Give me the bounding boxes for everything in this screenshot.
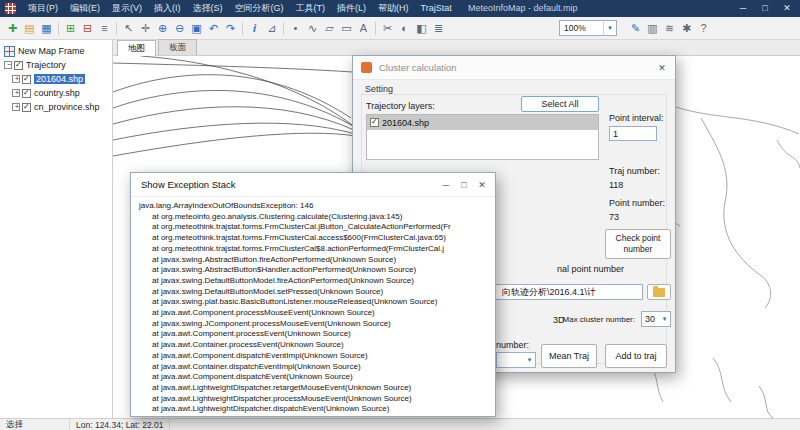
point-number-value: 73 xyxy=(609,212,619,222)
zoom-level-value: 100% xyxy=(560,23,603,33)
point-interval-label: Point interval: xyxy=(609,113,664,123)
layer-group-checkbox[interactable] xyxy=(14,61,23,70)
dialog-title-bar[interactable]: Show Exception Stack ─ □ ✕ xyxy=(131,173,495,197)
draw-polyline-icon[interactable]: ∿ xyxy=(304,20,321,37)
layer-group-label: Trajectory xyxy=(26,60,66,70)
stack-trace-line: at java.awt.LightweightDispatcher.dispat… xyxy=(139,404,491,415)
projection-icon[interactable]: ◐ xyxy=(396,20,413,37)
menu-view[interactable]: 显示(V) xyxy=(106,0,148,17)
stack-trace-line: at javax.swing.DefaultButtonModel.setPre… xyxy=(139,287,491,298)
layer-item-201604[interactable]: 201604.shp xyxy=(0,72,112,86)
pan-icon[interactable]: ✛ xyxy=(137,20,154,37)
tree-expand-icon[interactable] xyxy=(12,89,20,97)
menu-trajstat[interactable]: TrajStat xyxy=(415,0,458,17)
layer-item-label: 201604.shp xyxy=(382,118,429,128)
zoom-next-icon[interactable]: ↷ xyxy=(222,20,239,37)
menu-plugins[interactable]: 插件(L) xyxy=(331,0,372,17)
layer-checkbox[interactable] xyxy=(22,89,31,98)
layer-checkbox[interactable] xyxy=(22,103,31,112)
settings-icon[interactable]: ✱ xyxy=(678,20,695,37)
layer-item-country[interactable]: country.shp xyxy=(0,86,112,100)
menu-insert[interactable]: 插入(I) xyxy=(148,0,187,17)
tree-expand-icon[interactable] xyxy=(12,75,20,83)
layers-icon[interactable]: ≡ xyxy=(96,20,113,37)
browse-folder-button[interactable] xyxy=(647,284,671,300)
draw-point-icon[interactable]: • xyxy=(287,20,304,37)
add-to-traj-button[interactable]: Add to traj xyxy=(605,344,667,368)
exception-stack-dialog: Show Exception Stack ─ □ ✕ java.lang.Arr… xyxy=(130,172,496,417)
zoom-previous-icon[interactable]: ↶ xyxy=(205,20,222,37)
cluster-number-label: number: xyxy=(496,340,529,350)
tree-expand-icon[interactable] xyxy=(12,103,20,111)
chevron-down-icon[interactable]: ▾ xyxy=(603,21,616,35)
menu-select[interactable]: 选择(S) xyxy=(187,0,229,17)
menu-project[interactable]: 项目(P) xyxy=(22,0,64,17)
point-number-label: Point number: xyxy=(609,198,665,208)
open-icon[interactable]: ▤ xyxy=(21,20,38,37)
stack-trace-line: at javax.swing.AbstractButton.fireAction… xyxy=(139,255,491,266)
draw-polygon-icon[interactable]: ▱ xyxy=(321,20,338,37)
draw-rectangle-icon[interactable]: ▭ xyxy=(338,20,355,37)
check-point-number-button[interactable]: Check point number xyxy=(605,229,671,259)
stack-trace-line: java.lang.ArrayIndexOutOfBoundsException… xyxy=(139,201,491,212)
close-icon[interactable]: ✕ xyxy=(653,63,671,73)
save-icon[interactable]: ▦ xyxy=(38,20,55,37)
new-icon[interactable]: ✚ xyxy=(4,20,21,37)
tab-map[interactable]: 地图 xyxy=(117,40,156,56)
tab-layout[interactable]: 板面 xyxy=(158,39,197,55)
trajectory-layers-label: Trajectory layers: xyxy=(366,101,435,111)
map-frame-item[interactable]: New Map Frame xyxy=(0,44,112,58)
zoom-out-icon[interactable]: ⊖ xyxy=(171,20,188,37)
maximize-button[interactable]: □ xyxy=(455,180,473,190)
stack-trace-line: at org.meteoinfo.geo.analysis.Clustering… xyxy=(139,212,491,223)
add-layer-icon[interactable]: ⊞ xyxy=(62,20,79,37)
coastline-path xyxy=(701,118,771,308)
layer-item-cn-province[interactable]: cn_province.shp xyxy=(0,100,112,114)
chart-icon[interactable]: ▥ xyxy=(644,20,661,37)
legend-panel: New Map Frame Trajectory 201604.shp coun… xyxy=(0,40,113,418)
script-icon[interactable]: ≋ xyxy=(661,20,678,37)
layer-label: 201604.shp xyxy=(34,74,85,84)
zoom-level-combo[interactable]: 100% ▾ xyxy=(559,20,617,36)
overlay-icon[interactable]: ◧ xyxy=(413,20,430,37)
menu-help[interactable]: 帮助(H) xyxy=(372,0,415,17)
full-extent-icon[interactable]: ▣ xyxy=(188,20,205,37)
toolbar-separator xyxy=(242,22,243,35)
select-icon[interactable]: ↖ xyxy=(120,20,137,37)
stack-trace-line: at org.meteothink.trajstat.forms.FrmClus… xyxy=(139,244,491,255)
max-cluster-number-combo[interactable]: 30 ▾ xyxy=(641,311,671,327)
point-interval-input[interactable]: 1 xyxy=(609,126,657,141)
mean-traj-button[interactable]: Mean Traj xyxy=(541,344,597,368)
identify-icon[interactable]: i xyxy=(246,20,263,37)
stack-trace-area[interactable]: java.lang.ArrayIndexOutOfBoundsException… xyxy=(131,197,495,416)
app-logo-icon xyxy=(5,3,16,14)
clip-icon[interactable]: ✂ xyxy=(379,20,396,37)
layer-group-trajectory[interactable]: Trajectory xyxy=(0,58,112,72)
minimize-button[interactable]: ─ xyxy=(732,0,754,17)
zoom-in-icon[interactable]: ⊕ xyxy=(154,20,171,37)
insert-text-icon[interactable]: A xyxy=(355,20,372,37)
help-icon[interactable]: ? xyxy=(695,20,712,37)
menu-spatial-analysis[interactable]: 空间分析(G) xyxy=(229,0,290,17)
attribute-table-icon[interactable]: ≣ xyxy=(430,20,447,37)
maximize-button[interactable]: □ xyxy=(754,0,776,17)
trajectory-layer-list[interactable]: 201604.shp xyxy=(366,114,599,160)
layer-checkbox[interactable] xyxy=(370,118,379,127)
cluster-number-combo[interactable]: ▾ xyxy=(496,352,536,368)
close-button[interactable]: ✕ xyxy=(776,0,798,17)
layer-checkbox[interactable] xyxy=(22,75,31,84)
close-button[interactable]: ✕ xyxy=(473,180,491,190)
select-all-button[interactable]: Select All xyxy=(521,96,599,112)
list-item[interactable]: 201604.shp xyxy=(367,115,598,130)
measure-icon[interactable]: ⊿ xyxy=(263,20,280,37)
menu-tools[interactable]: 工具(T) xyxy=(290,0,332,17)
edit-icon[interactable]: ✎ xyxy=(627,20,644,37)
status-mode: 选择 xyxy=(0,419,70,430)
remove-layer-icon[interactable]: ⊟ xyxy=(79,20,96,37)
minimize-button[interactable]: ─ xyxy=(437,180,455,190)
trajectory-path xyxy=(113,90,353,126)
tree-collapse-icon[interactable] xyxy=(4,61,12,69)
menu-edit[interactable]: 编辑(E) xyxy=(64,0,106,17)
dialog-title-bar[interactable]: Cluster calculation ✕ xyxy=(353,56,675,80)
stack-trace-line: at java.awt.Container.processEvent(Unkno… xyxy=(139,340,491,351)
